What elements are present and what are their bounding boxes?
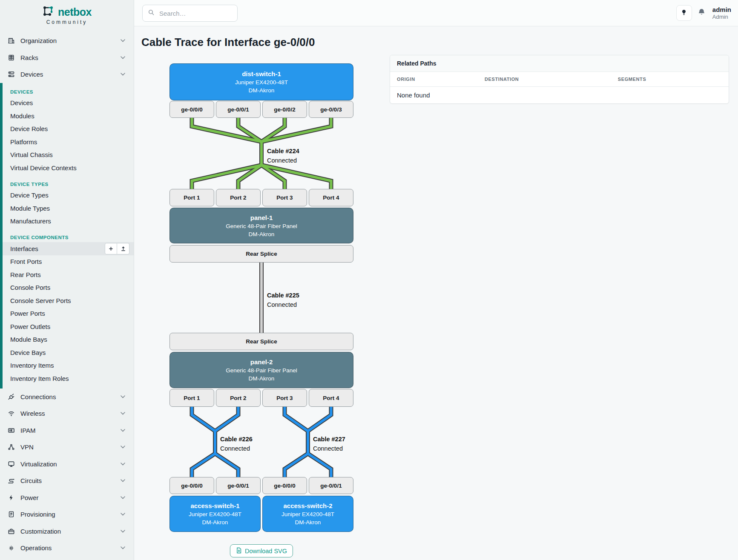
sidebar-group-label: Devices xyxy=(20,71,115,78)
port-box[interactable]: Port 1 xyxy=(169,189,214,206)
sidebar-group-label: Provisioning xyxy=(20,511,115,518)
sidebar-item-console-server-ports[interactable]: Console Server Ports xyxy=(3,294,134,307)
device-node-panel-1[interactable]: panel-1 Generic 48-Pair Fiber Panel DM-A… xyxy=(169,208,353,243)
interface-box[interactable]: ge-0/0/0 xyxy=(169,101,214,118)
cable-label-227[interactable]: Cable #227 Connected xyxy=(313,434,345,453)
column-header-segments: SEGMENTS xyxy=(618,72,722,86)
sidebar-item-device-roles[interactable]: Device Roles xyxy=(3,123,134,136)
sidebar-item-front-ports[interactable]: Front Ports xyxy=(3,255,134,269)
device-model: Generic 48-Pair Fiber Panel xyxy=(226,367,297,374)
sidebar-group-connections[interactable]: Connections xyxy=(0,389,134,406)
sidebar-group-operations[interactable]: Operations xyxy=(0,540,134,557)
sidebar-item-module-bays[interactable]: Module Bays xyxy=(3,333,134,346)
rear-splice-box[interactable]: Rear Splice xyxy=(169,245,353,263)
lightbulb-icon xyxy=(681,9,687,17)
sidebar-group-wireless[interactable]: Wireless xyxy=(0,405,134,422)
device-node-panel-2[interactable]: panel-2 Generic 48-Pair Fiber Panel DM-A… xyxy=(169,352,353,388)
notifications-button[interactable] xyxy=(698,8,706,18)
briefcase-icon xyxy=(8,528,15,535)
sidebar-group-virtualization[interactable]: Virtualization xyxy=(0,456,134,473)
cable-label-224[interactable]: Cable #224 Connected xyxy=(267,146,299,165)
sidebar-item-module-types[interactable]: Module Types xyxy=(3,202,134,215)
device-model: Juniper EX4200-48T xyxy=(189,511,241,517)
sidebar-item-platforms[interactable]: Platforms xyxy=(3,135,134,149)
building-icon xyxy=(8,37,15,44)
interface-box[interactable]: ge-0/0/2 xyxy=(262,101,307,118)
sidebar-group-customization[interactable]: Customization xyxy=(0,523,134,540)
interface-box[interactable]: ge-0/0/0 xyxy=(169,477,214,494)
sidebar-item-device-types[interactable]: Device Types xyxy=(3,189,134,202)
sidebar-item-interfaces[interactable]: Interfaces xyxy=(3,242,134,255)
import-button[interactable] xyxy=(117,243,129,254)
device-name: panel-1 xyxy=(250,214,273,221)
sidebar-item-device-bays[interactable]: Device Bays xyxy=(3,346,134,359)
sidebar-group-ipam[interactable]: IPAM xyxy=(0,422,134,439)
port-box[interactable]: Port 3 xyxy=(262,189,307,206)
device-node-access-switch-1[interactable]: access-switch-1 Juniper EX4200-48T DM-Ak… xyxy=(169,496,261,532)
section-header-device-components: DEVICE COMPONENTS xyxy=(3,233,134,242)
sidebar-item-devices[interactable]: Devices xyxy=(3,97,134,110)
sidebar-group-organization[interactable]: Organization xyxy=(0,32,134,49)
sidebar-item-manufacturers[interactable]: Manufacturers xyxy=(3,215,134,228)
sidebar-group-devices[interactable]: Devices xyxy=(0,66,134,83)
rear-splice-box[interactable]: Rear Splice xyxy=(169,333,353,350)
device-site: DM-Akron xyxy=(295,519,321,526)
sidebar-item-inventory-items[interactable]: Inventory Items xyxy=(3,359,134,372)
chevron-down-icon xyxy=(121,429,125,432)
user-name: admin xyxy=(712,6,731,14)
cable-status: Connected xyxy=(267,156,299,165)
theme-toggle-button[interactable] xyxy=(676,5,692,21)
device-site: DM-Akron xyxy=(202,519,228,526)
cable-status: Connected xyxy=(313,444,345,453)
sidebar-group-label: Virtualization xyxy=(20,460,115,468)
sidebar-item-power-outlets[interactable]: Power Outlets xyxy=(3,320,134,333)
section-header-devices: DEVICES xyxy=(3,87,134,97)
device-node-access-switch-2[interactable]: access-switch-2 Juniper EX4200-48T DM-Ak… xyxy=(262,496,353,532)
download-svg-label: Download SVG xyxy=(245,548,287,554)
sidebar-group-circuits[interactable]: Circuits xyxy=(0,472,134,489)
sidebar-item-inventory-item-roles[interactable]: Inventory Item Roles xyxy=(3,372,134,385)
port-box[interactable]: Port 4 xyxy=(309,389,353,407)
device-name: access-switch-1 xyxy=(190,502,239,509)
page-title: Cable Trace for Interface ge-0/0/0 xyxy=(141,36,315,49)
sidebar-group-racks[interactable]: Racks xyxy=(0,49,134,66)
port-box[interactable]: Port 2 xyxy=(216,389,261,407)
cable-label-225[interactable]: Cable #225 Connected xyxy=(267,291,299,309)
sidebar-item-modules[interactable]: Modules xyxy=(3,109,134,123)
port-box[interactable]: Port 2 xyxy=(216,189,261,206)
interface-box[interactable]: ge-0/0/1 xyxy=(216,477,261,494)
sidebar-group-label: Organization xyxy=(20,37,115,44)
sidebar-item-rear-ports[interactable]: Rear Ports xyxy=(3,268,134,281)
sidebar-group-label: Customization xyxy=(20,528,115,535)
port-box[interactable]: Port 1 xyxy=(169,389,214,407)
sidebar-item-virtual-device-contexts[interactable]: Virtual Device Contexts xyxy=(3,161,134,174)
search-input[interactable] xyxy=(158,9,232,17)
sidebar-group-provisioning[interactable]: Provisioning xyxy=(0,506,134,523)
cable-name: Cable #225 xyxy=(267,291,299,300)
interface-box[interactable]: ge-0/0/3 xyxy=(309,101,353,118)
device-node-dist-switch-1[interactable]: dist-switch-1 Juniper EX4200-48T DM-Akro… xyxy=(169,63,353,100)
sidebar-group-power[interactable]: Power xyxy=(0,489,134,506)
sidebar-item-virtual-chassis[interactable]: Virtual Chassis xyxy=(3,149,134,162)
device-model: Generic 48-Pair Fiber Panel xyxy=(226,223,297,229)
main-area: admin Admin Cable Trace for Interface ge… xyxy=(134,0,738,560)
bolt-icon xyxy=(8,494,15,501)
download-svg-button[interactable]: Download SVG xyxy=(230,544,293,557)
port-box[interactable]: Port 4 xyxy=(309,189,353,206)
brand-logo[interactable]: netbox Community xyxy=(0,0,134,32)
netbox-logo-icon xyxy=(42,5,54,19)
search-box xyxy=(142,5,238,22)
cable-name: Cable #227 xyxy=(313,434,345,444)
interface-box[interactable]: ge-0/0/1 xyxy=(216,101,261,118)
sidebar-group-vpn[interactable]: VPN xyxy=(0,439,134,456)
vpn-icon xyxy=(8,443,15,451)
user-menu[interactable]: admin Admin xyxy=(712,6,731,20)
interface-box[interactable]: ge-0/0/0 xyxy=(262,477,307,494)
cable-label-226[interactable]: Cable #226 Connected xyxy=(220,434,253,453)
sidebar-item-console-ports[interactable]: Console Ports xyxy=(3,281,134,294)
port-box[interactable]: Port 3 xyxy=(262,389,307,407)
sidebar-item-power-ports[interactable]: Power Ports xyxy=(3,307,134,320)
user-role: Admin xyxy=(712,14,731,20)
interface-box[interactable]: ge-0/0/1 xyxy=(309,477,353,494)
add-button[interactable] xyxy=(105,243,117,254)
